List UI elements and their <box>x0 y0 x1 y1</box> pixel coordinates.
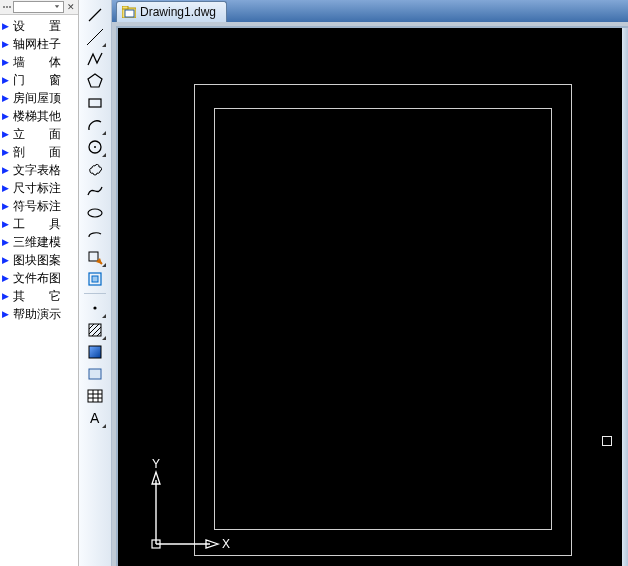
menu-item-section[interactable]: ▶剖 面 <box>0 143 78 161</box>
chevron-right-icon: ▶ <box>2 291 12 301</box>
svg-point-7 <box>88 209 102 217</box>
canvas[interactable]: Y X <box>116 26 628 566</box>
svg-line-14 <box>89 324 99 334</box>
menu-item-settings[interactable]: ▶设 置 <box>0 17 78 35</box>
svg-rect-8 <box>89 252 98 261</box>
chevron-right-icon: ▶ <box>2 39 12 49</box>
arc-tool[interactable] <box>83 114 107 136</box>
chevron-right-icon: ▶ <box>2 21 12 31</box>
side-panel: ✕ ▶设 置 ▶轴网柱子 ▶墙 体 ▶门 窗 ▶房间屋顶 ▶楼梯其他 ▶立 面 … <box>0 0 79 566</box>
menu-item-label: 楼梯其他 <box>13 108 61 125</box>
svg-rect-26 <box>122 6 128 9</box>
document-tab[interactable]: Drawing1.dwg <box>116 1 227 22</box>
polyline-tool[interactable] <box>83 48 107 70</box>
point-tool[interactable] <box>83 297 107 319</box>
panel-close-button[interactable]: ✕ <box>66 2 76 12</box>
menu-item-label: 门 窗 <box>13 72 61 89</box>
mtext-tool[interactable]: A <box>83 407 107 429</box>
chevron-right-icon: ▶ <box>2 309 12 319</box>
svg-point-11 <box>93 306 96 309</box>
make-block-tool[interactable] <box>83 268 107 290</box>
spline-tool[interactable] <box>83 180 107 202</box>
menu-item-room-roof[interactable]: ▶房间屋顶 <box>0 89 78 107</box>
toolbar-separator <box>84 293 106 294</box>
menu-item-symbol[interactable]: ▶符号标注 <box>0 197 78 215</box>
menu-item-label: 房间屋顶 <box>13 90 61 107</box>
hatch-tool[interactable] <box>83 319 107 341</box>
cursor-pickbox <box>602 436 612 446</box>
menu-item-tools[interactable]: ▶工 具 <box>0 215 78 233</box>
svg-line-1 <box>87 29 103 45</box>
svg-rect-10 <box>92 276 98 282</box>
menu-item-label: 符号标注 <box>13 198 61 215</box>
revision-cloud-tool[interactable] <box>83 158 107 180</box>
menu-item-label: 文件布图 <box>13 270 61 287</box>
line-tool[interactable] <box>83 4 107 26</box>
menu-item-label: 剖 面 <box>13 144 61 161</box>
svg-marker-3 <box>88 74 102 87</box>
drawing-area-wrap: Drawing1.dwg Y X <box>112 0 628 566</box>
chevron-right-icon: ▶ <box>2 183 12 193</box>
chevron-right-icon: ▶ <box>2 129 12 139</box>
svg-rect-27 <box>125 10 134 17</box>
menu-item-help-demo[interactable]: ▶帮助演示 <box>0 305 78 323</box>
menu-item-3d-model[interactable]: ▶三维建模 <box>0 233 78 251</box>
chevron-right-icon: ▶ <box>2 219 12 229</box>
menu-item-label: 设 置 <box>13 18 61 35</box>
menu-item-door-window[interactable]: ▶门 窗 <box>0 71 78 89</box>
menu-item-label: 帮助演示 <box>13 306 61 323</box>
grip-dots[interactable] <box>3 6 11 8</box>
menu-item-label: 三维建模 <box>13 234 61 251</box>
gradient-tool[interactable] <box>83 341 107 363</box>
ucs-x-label: X <box>222 537 230 551</box>
ellipse-arc-tool[interactable] <box>83 224 107 246</box>
insert-block-tool[interactable] <box>83 246 107 268</box>
svg-line-15 <box>92 327 101 336</box>
chevron-right-icon: ▶ <box>2 147 12 157</box>
chevron-right-icon: ▶ <box>2 165 12 175</box>
menu-item-stair-other[interactable]: ▶楼梯其他 <box>0 107 78 125</box>
svg-point-6 <box>94 146 96 148</box>
side-panel-header: ✕ <box>0 0 78 15</box>
menu-item-elevation[interactable]: ▶立 面 <box>0 125 78 143</box>
rectangle-tool[interactable] <box>83 92 107 114</box>
menu-item-label: 文字表格 <box>13 162 61 179</box>
chevron-right-icon: ▶ <box>2 111 12 121</box>
chevron-right-icon: ▶ <box>2 75 12 85</box>
panel-dropdown[interactable] <box>13 1 64 13</box>
menu-item-label: 墙 体 <box>13 54 61 71</box>
chevron-right-icon: ▶ <box>2 57 12 67</box>
menu-item-label: 其 它 <box>13 288 61 305</box>
menu-item-wall[interactable]: ▶墙 体 <box>0 53 78 71</box>
menu-item-dimension[interactable]: ▶尺寸标注 <box>0 179 78 197</box>
circle-tool[interactable] <box>83 136 107 158</box>
svg-line-13 <box>89 324 94 329</box>
dwg-file-icon <box>122 6 136 18</box>
chevron-right-icon: ▶ <box>2 93 12 103</box>
menu-item-other[interactable]: ▶其 它 <box>0 287 78 305</box>
chevron-right-icon: ▶ <box>2 255 12 265</box>
chevron-right-icon: ▶ <box>2 237 12 247</box>
menu-item-grid-column[interactable]: ▶轴网柱子 <box>0 35 78 53</box>
app-root: ✕ ▶设 置 ▶轴网柱子 ▶墙 体 ▶门 窗 ▶房间屋顶 ▶楼梯其他 ▶立 面 … <box>0 0 628 566</box>
region-tool[interactable] <box>83 363 107 385</box>
svg-rect-17 <box>89 346 101 358</box>
document-tabbar: Drawing1.dwg <box>112 0 628 22</box>
polygon-tool[interactable] <box>83 70 107 92</box>
menu-item-file-layout[interactable]: ▶文件布图 <box>0 269 78 287</box>
menu-item-label: 图块图案 <box>13 252 61 269</box>
ellipse-tool[interactable] <box>83 202 107 224</box>
chevron-right-icon: ▶ <box>2 273 12 283</box>
menu-item-label: 尺寸标注 <box>13 180 61 197</box>
table-tool[interactable] <box>83 385 107 407</box>
vertical-scrollbar[interactable] <box>622 28 628 566</box>
menu-item-block-pattern[interactable]: ▶图块图案 <box>0 251 78 269</box>
draw-toolbar: A <box>79 0 112 566</box>
svg-line-16 <box>97 332 101 336</box>
menu-item-label: 轴网柱子 <box>13 36 61 53</box>
svg-text:A: A <box>90 410 100 426</box>
menu-item-text-table[interactable]: ▶文字表格 <box>0 161 78 179</box>
svg-line-0 <box>89 9 101 21</box>
ucs-y-label: Y <box>152 457 160 471</box>
construction-line-tool[interactable] <box>83 26 107 48</box>
